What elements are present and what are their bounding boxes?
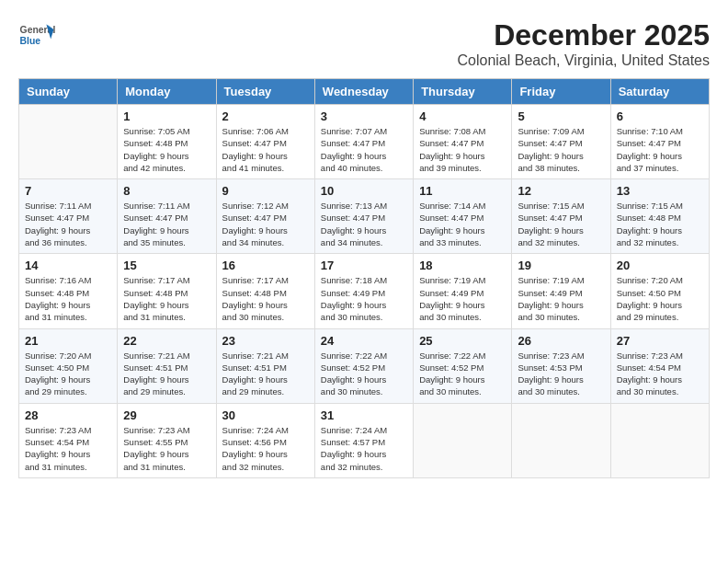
day-info: Sunrise: 7:21 AMSunset: 4:51 PMDaylight:… bbox=[222, 350, 309, 398]
day-info: Sunrise: 7:15 AMSunset: 4:47 PMDaylight:… bbox=[518, 200, 604, 248]
day-number: 22 bbox=[123, 334, 210, 348]
day-info: Sunrise: 7:20 AMSunset: 4:50 PMDaylight:… bbox=[25, 350, 111, 398]
day-info: Sunrise: 7:06 AMSunset: 4:47 PMDaylight:… bbox=[222, 125, 309, 174]
day-info: Sunrise: 7:09 AMSunset: 4:47 PMDaylight:… bbox=[518, 125, 604, 174]
calendar-cell: 7Sunrise: 7:11 AMSunset: 4:47 PMDaylight… bbox=[19, 179, 118, 254]
calendar-cell: 18Sunrise: 7:19 AMSunset: 4:49 PMDayligh… bbox=[414, 254, 512, 328]
day-info: Sunrise: 7:10 AMSunset: 4:47 PMDaylight:… bbox=[617, 125, 703, 174]
location-subtitle: Colonial Beach, Virginia, United States bbox=[457, 52, 710, 69]
day-info: Sunrise: 7:17 AMSunset: 4:48 PMDaylight:… bbox=[222, 274, 309, 323]
calendar-cell: 11Sunrise: 7:14 AMSunset: 4:47 PMDayligh… bbox=[414, 179, 512, 254]
logo: General Blue bbox=[18, 18, 60, 55]
calendar-cell: 9Sunrise: 7:12 AMSunset: 4:47 PMDaylight… bbox=[216, 179, 314, 254]
day-of-week-header: Tuesday bbox=[216, 79, 314, 105]
calendar-cell: 13Sunrise: 7:15 AMSunset: 4:48 PMDayligh… bbox=[610, 179, 709, 254]
calendar-cell: 19Sunrise: 7:19 AMSunset: 4:49 PMDayligh… bbox=[512, 254, 610, 328]
day-info: Sunrise: 7:05 AMSunset: 4:48 PMDaylight:… bbox=[123, 125, 210, 174]
day-number: 16 bbox=[222, 259, 309, 272]
calendar-week-row: 21Sunrise: 7:20 AMSunset: 4:50 PMDayligh… bbox=[19, 328, 710, 403]
calendar-cell: 31Sunrise: 7:24 AMSunset: 4:57 PMDayligh… bbox=[314, 403, 413, 477]
calendar-cell: 6Sunrise: 7:10 AMSunset: 4:47 PMDaylight… bbox=[610, 105, 709, 179]
page-header: General Blue December 2025 Colonial Beac… bbox=[18, 18, 710, 69]
day-info: Sunrise: 7:23 AMSunset: 4:55 PMDaylight:… bbox=[123, 424, 210, 473]
day-number: 3 bbox=[321, 109, 407, 123]
calendar-cell: 25Sunrise: 7:22 AMSunset: 4:52 PMDayligh… bbox=[414, 328, 512, 403]
day-info: Sunrise: 7:07 AMSunset: 4:47 PMDaylight:… bbox=[321, 125, 407, 174]
calendar-cell: 14Sunrise: 7:16 AMSunset: 4:48 PMDayligh… bbox=[19, 254, 118, 328]
calendar-cell: 16Sunrise: 7:17 AMSunset: 4:48 PMDayligh… bbox=[216, 254, 314, 328]
calendar-cell: 17Sunrise: 7:18 AMSunset: 4:49 PMDayligh… bbox=[314, 254, 413, 328]
calendar-cell: 30Sunrise: 7:24 AMSunset: 4:56 PMDayligh… bbox=[216, 403, 314, 477]
calendar-cell bbox=[512, 403, 610, 477]
day-info: Sunrise: 7:22 AMSunset: 4:52 PMDaylight:… bbox=[321, 350, 407, 398]
calendar-cell: 28Sunrise: 7:23 AMSunset: 4:54 PMDayligh… bbox=[19, 403, 118, 477]
svg-text:Blue: Blue bbox=[20, 36, 41, 46]
calendar-cell: 15Sunrise: 7:17 AMSunset: 4:48 PMDayligh… bbox=[118, 254, 216, 328]
day-number: 21 bbox=[25, 334, 111, 348]
calendar-cell bbox=[610, 403, 709, 477]
calendar-cell: 5Sunrise: 7:09 AMSunset: 4:47 PMDaylight… bbox=[512, 105, 610, 179]
day-info: Sunrise: 7:19 AMSunset: 4:49 PMDaylight:… bbox=[518, 274, 604, 323]
day-number: 26 bbox=[518, 334, 604, 348]
calendar-week-row: 14Sunrise: 7:16 AMSunset: 4:48 PMDayligh… bbox=[19, 254, 710, 328]
day-info: Sunrise: 7:22 AMSunset: 4:52 PMDaylight:… bbox=[419, 350, 506, 398]
day-of-week-header: Monday bbox=[118, 79, 216, 105]
calendar-cell: 8Sunrise: 7:11 AMSunset: 4:47 PMDaylight… bbox=[118, 179, 216, 254]
day-info: Sunrise: 7:13 AMSunset: 4:47 PMDaylight:… bbox=[321, 200, 407, 248]
calendar-cell: 29Sunrise: 7:23 AMSunset: 4:55 PMDayligh… bbox=[118, 403, 216, 477]
day-number: 10 bbox=[321, 184, 407, 198]
day-number: 4 bbox=[419, 109, 506, 123]
calendar-week-row: 28Sunrise: 7:23 AMSunset: 4:54 PMDayligh… bbox=[19, 403, 710, 477]
day-number: 8 bbox=[123, 184, 210, 198]
day-number: 1 bbox=[123, 109, 210, 123]
day-number: 25 bbox=[419, 334, 506, 348]
day-number: 29 bbox=[123, 408, 210, 422]
calendar-cell: 26Sunrise: 7:23 AMSunset: 4:53 PMDayligh… bbox=[512, 328, 610, 403]
day-of-week-header: Wednesday bbox=[314, 79, 413, 105]
day-number: 20 bbox=[617, 259, 703, 272]
calendar-cell: 1Sunrise: 7:05 AMSunset: 4:48 PMDaylight… bbox=[118, 105, 216, 179]
day-number: 6 bbox=[617, 109, 703, 123]
day-info: Sunrise: 7:23 AMSunset: 4:54 PMDaylight:… bbox=[25, 424, 111, 473]
day-of-week-header: Friday bbox=[512, 79, 610, 105]
day-number: 19 bbox=[518, 259, 604, 272]
day-info: Sunrise: 7:17 AMSunset: 4:48 PMDaylight:… bbox=[123, 274, 210, 323]
day-info: Sunrise: 7:16 AMSunset: 4:48 PMDaylight:… bbox=[25, 274, 111, 323]
calendar-cell: 4Sunrise: 7:08 AMSunset: 4:47 PMDaylight… bbox=[414, 105, 512, 179]
day-number: 7 bbox=[25, 184, 111, 198]
calendar-cell: 10Sunrise: 7:13 AMSunset: 4:47 PMDayligh… bbox=[314, 179, 413, 254]
day-number: 5 bbox=[518, 109, 604, 123]
day-info: Sunrise: 7:11 AMSunset: 4:47 PMDaylight:… bbox=[123, 200, 210, 248]
day-number: 17 bbox=[321, 259, 407, 272]
day-info: Sunrise: 7:23 AMSunset: 4:54 PMDaylight:… bbox=[617, 350, 703, 398]
day-info: Sunrise: 7:19 AMSunset: 4:49 PMDaylight:… bbox=[419, 274, 506, 323]
day-info: Sunrise: 7:15 AMSunset: 4:48 PMDaylight:… bbox=[617, 200, 703, 248]
day-number: 23 bbox=[222, 334, 309, 348]
day-number: 27 bbox=[617, 334, 703, 348]
calendar-cell: 2Sunrise: 7:06 AMSunset: 4:47 PMDaylight… bbox=[216, 105, 314, 179]
day-of-week-header: Saturday bbox=[610, 79, 709, 105]
calendar-cell bbox=[414, 403, 512, 477]
day-info: Sunrise: 7:24 AMSunset: 4:56 PMDaylight:… bbox=[222, 424, 309, 473]
day-number: 11 bbox=[419, 184, 506, 198]
calendar-cell: 12Sunrise: 7:15 AMSunset: 4:47 PMDayligh… bbox=[512, 179, 610, 254]
calendar-cell bbox=[19, 105, 118, 179]
day-info: Sunrise: 7:23 AMSunset: 4:53 PMDaylight:… bbox=[518, 350, 604, 398]
calendar-cell: 3Sunrise: 7:07 AMSunset: 4:47 PMDaylight… bbox=[314, 105, 413, 179]
calendar-cell: 21Sunrise: 7:20 AMSunset: 4:50 PMDayligh… bbox=[19, 328, 118, 403]
day-number: 12 bbox=[518, 184, 604, 198]
logo-icon: General Blue bbox=[18, 18, 55, 55]
day-info: Sunrise: 7:21 AMSunset: 4:51 PMDaylight:… bbox=[123, 350, 210, 398]
day-info: Sunrise: 7:11 AMSunset: 4:47 PMDaylight:… bbox=[25, 200, 111, 248]
day-number: 9 bbox=[222, 184, 309, 198]
day-info: Sunrise: 7:12 AMSunset: 4:47 PMDaylight:… bbox=[222, 200, 309, 248]
day-number: 24 bbox=[321, 334, 407, 348]
calendar-week-row: 1Sunrise: 7:05 AMSunset: 4:48 PMDaylight… bbox=[19, 105, 710, 179]
month-year-title: December 2025 bbox=[457, 18, 710, 52]
day-number: 28 bbox=[25, 408, 111, 422]
calendar-cell: 23Sunrise: 7:21 AMSunset: 4:51 PMDayligh… bbox=[216, 328, 314, 403]
calendar-cell: 22Sunrise: 7:21 AMSunset: 4:51 PMDayligh… bbox=[118, 328, 216, 403]
day-number: 13 bbox=[617, 184, 703, 198]
calendar-cell: 24Sunrise: 7:22 AMSunset: 4:52 PMDayligh… bbox=[314, 328, 413, 403]
calendar-cell: 27Sunrise: 7:23 AMSunset: 4:54 PMDayligh… bbox=[610, 328, 709, 403]
